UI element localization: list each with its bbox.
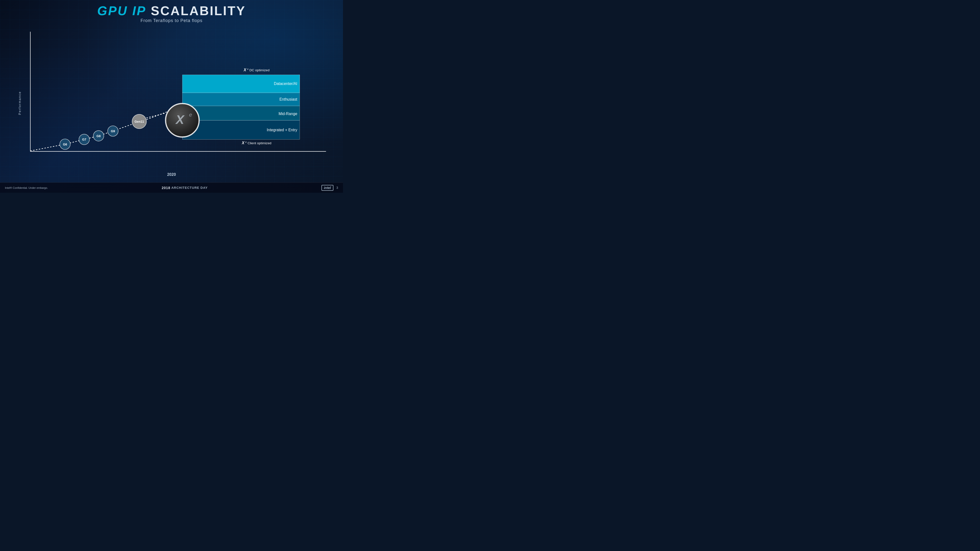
footer-right: intel 3 [321,185,338,191]
title-gpu: GPU IP [97,4,146,18]
svg-text:e: e [189,112,192,118]
slide-content: GPU IP SCALABILITY From Teraflops to Pet… [0,0,343,193]
event-year: 2018 [162,186,170,190]
svg-text:Integrated + Entry: Integrated + Entry [267,128,298,132]
svg-text:Gen11: Gen11 [135,120,144,124]
main-title: GPU IP SCALABILITY [0,5,343,17]
slide-header: GPU IP SCALABILITY From Teraflops to Pet… [0,0,343,23]
svg-text:X
        e
         DC optimi: X e DC optimized [243,67,269,72]
svg-text:G7: G7 [82,138,86,141]
x-axis-year: 2020 [167,172,176,177]
svg-text:G8: G8 [97,135,101,138]
event-name: ARCHITECTURE DAY [171,186,207,189]
footer: Intel® Confidential. Under embargo. 2018… [0,183,343,193]
chart-area: Performance [10,27,333,179]
svg-text:G6: G6 [63,143,67,146]
svg-text:X
        e
         Client op: X e Client optimized [242,140,272,145]
svg-text:G9: G9 [111,130,115,133]
event-branding: 2018 ARCHITECTURE DAY [162,186,208,190]
svg-line-27 [146,113,165,118]
svg-text:X: X [175,113,185,127]
intel-logo: intel [321,185,333,191]
page-number: 3 [336,186,338,189]
title-scalability: SCALABILITY [151,4,246,18]
svg-text:Enthusiast: Enthusiast [279,97,298,102]
chart-svg: Datacenter/AI Enthusiast Mid-Range Integ… [17,27,333,170]
confidential-text: Intel® Confidential. Under embargo. [5,186,48,189]
svg-text:Mid-Range: Mid-Range [278,112,297,116]
svg-text:Datacenter/AI: Datacenter/AI [274,81,298,86]
subtitle: From Teraflops to Peta flops [0,18,343,23]
